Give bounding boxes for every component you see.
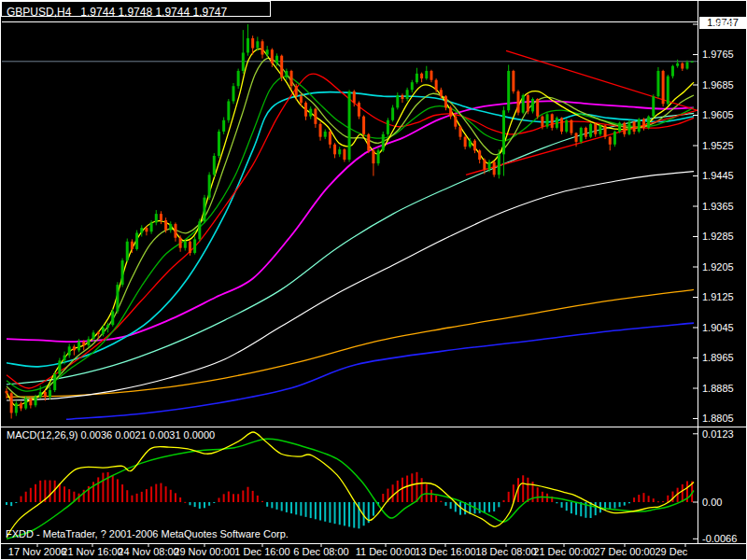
time-axis-label: 29 Dec 16:00 [655, 546, 716, 560]
candle-up [218, 132, 220, 156]
macd-hist-bar-neg [493, 502, 495, 511]
candle-down [681, 63, 684, 69]
candle-down [449, 107, 452, 116]
macd-hist-bar-neg [213, 502, 215, 503]
macd-hist-bar-neg [290, 502, 292, 513]
macd-hist-bar-pos [667, 496, 669, 502]
ma-blue [66, 323, 694, 419]
candle-up [522, 95, 525, 113]
price-axis-label: 1.9125 [702, 291, 734, 302]
candle-down [435, 80, 438, 91]
price-axis-label: 1.9765 [702, 49, 734, 60]
candle-up [502, 110, 505, 154]
candle-up [198, 221, 201, 239]
candle-down [353, 91, 356, 103]
candle-up [256, 41, 259, 48]
candle-up [613, 132, 616, 145]
candle-down [623, 123, 626, 134]
macd-hist-bar-neg [199, 502, 201, 509]
macd-hist-bar-neg [484, 502, 486, 512]
price-axis-label: 1.9285 [702, 231, 734, 242]
macd-hist-bar-neg [319, 502, 321, 521]
macd-hist-bar-pos [228, 492, 230, 502]
macd-hist-bar-pos [638, 495, 640, 502]
candle-down [560, 118, 563, 132]
macd-hist-bar-neg [204, 502, 205, 508]
macd-hist-bar-neg [324, 502, 326, 522]
macd-hist-bar-pos [121, 484, 123, 502]
macd-hist-bar-neg [348, 502, 350, 526]
macd-hist-bar-neg [10, 502, 12, 506]
candle-up [498, 154, 500, 175]
candle-up [222, 120, 225, 132]
ohlc-values: 1.9744 1.9748 1.9744 1.9747 [80, 6, 227, 19]
candle-down [73, 346, 76, 350]
macd-hist-bar-neg [334, 502, 336, 524]
candle-down [160, 214, 162, 220]
macd-axis-label: -0.0066 [702, 533, 737, 544]
macd-hist-bar-neg [315, 502, 317, 519]
candle-down [295, 86, 298, 96]
candle-down [493, 161, 496, 175]
price-axis-label: 1.9045 [702, 322, 734, 333]
candle-up [556, 118, 558, 128]
time-axis-label: 18 Dec 08:00 [475, 546, 536, 557]
candle-down [367, 134, 370, 150]
candle-down [164, 220, 167, 231]
candle-up [35, 397, 37, 405]
time-axis-label: 6 Dec 08:00 [293, 546, 348, 557]
macd-hist-bar-pos [30, 488, 32, 502]
macd-hist-bar-pos [657, 501, 659, 502]
candle-down [145, 228, 148, 231]
macd-hist-bar-pos [392, 484, 394, 502]
candle-up [652, 96, 655, 117]
macd-hist-bar-pos [252, 491, 254, 502]
candle-up [599, 125, 601, 133]
candle-up [348, 91, 351, 160]
macd-hist-bar-pos [411, 473, 413, 502]
macd-hist-bar-neg [624, 502, 626, 506]
macd-hist-bar-pos [682, 484, 684, 502]
macd-hist-bar-pos [257, 496, 259, 502]
macd-hist-bar-pos [233, 494, 234, 502]
macd-panel [6, 432, 694, 539]
candle-up [111, 312, 114, 326]
time-axis-label: 17 Nov 2006 [8, 546, 66, 557]
macd-hist-bar-pos [382, 494, 384, 502]
macd-hist-bar-pos [527, 478, 529, 502]
candle-up [618, 123, 621, 132]
macd-hist-bar-pos [508, 492, 510, 502]
macd-hist-bar-pos [175, 493, 176, 502]
candle-up [638, 119, 641, 132]
candle-up [546, 114, 549, 126]
candle-up [377, 150, 380, 163]
macd-axis-label: 0.0123 [702, 428, 734, 440]
macd-hist-bar-neg [619, 502, 621, 507]
candle-down [512, 71, 514, 91]
candle-down [536, 99, 539, 117]
macd-hist-bar-pos [160, 483, 162, 502]
candle-up [382, 134, 385, 150]
macd-hist-bar-pos [247, 487, 249, 502]
candle-up [391, 107, 394, 119]
candle-down [517, 91, 520, 113]
macd-hist-bar-pos [261, 501, 263, 502]
chart-canvas[interactable] [1, 1, 747, 560]
candle-down [575, 133, 578, 142]
candle-down [594, 124, 597, 134]
candle-down [454, 117, 457, 127]
candle-up [150, 222, 153, 231]
candle-up [203, 198, 205, 222]
macd-hist-bar-pos [107, 472, 109, 502]
macd-hist-bar-pos [136, 494, 138, 502]
candle-up [106, 325, 109, 328]
macd-hist-bar-pos [671, 492, 673, 502]
candle-up [396, 95, 399, 107]
candle-up [416, 74, 418, 82]
candle-up [469, 141, 472, 147]
macd-hist-bar-neg [266, 502, 268, 507]
candle-down [44, 392, 47, 397]
time-axis-label: 11 Dec 00:00 [356, 546, 416, 557]
macd-hist-bar-pos [165, 486, 167, 502]
candle-down [585, 128, 587, 137]
